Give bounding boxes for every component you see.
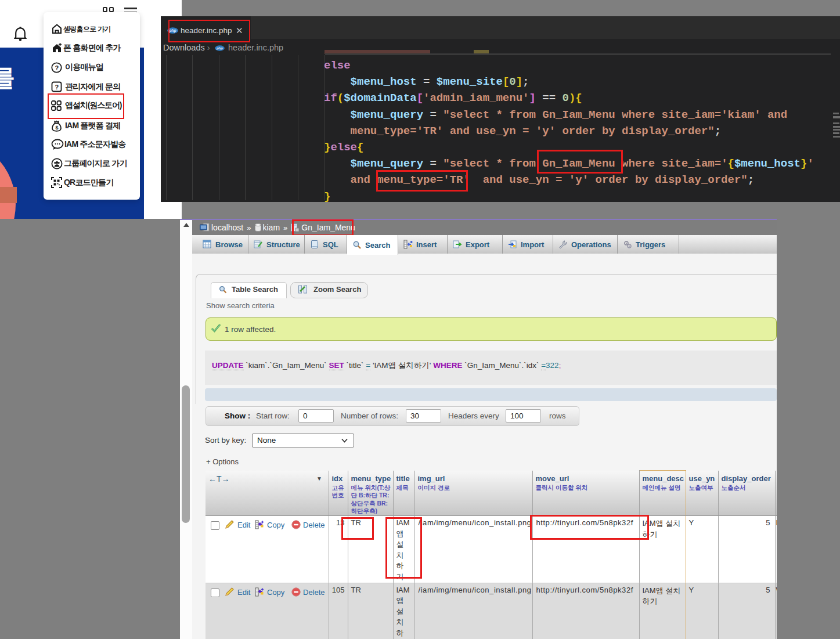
svg-text:php: php [216, 46, 223, 50]
svg-text:?: ? [55, 84, 59, 91]
svg-text:?: ? [55, 64, 59, 71]
svg-text:$: $ [55, 124, 58, 130]
